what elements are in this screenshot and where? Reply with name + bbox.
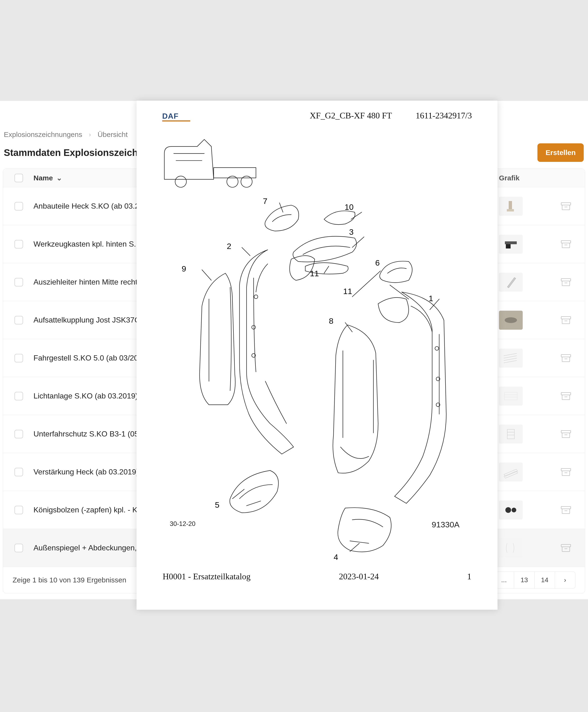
callout-number: 2 <box>227 242 231 251</box>
document-footer: H0001 - Ersatzteilkatalog 2023-01-24 1 <box>136 571 498 581</box>
svg-line-64 <box>352 237 364 247</box>
svg-rect-35 <box>562 433 570 438</box>
row-checkbox[interactable] <box>15 544 23 552</box>
callout-number: 5 <box>215 500 219 510</box>
callout-number: 11 <box>343 287 352 296</box>
callout-number: 9 <box>182 264 186 274</box>
select-all-checkbox[interactable] <box>15 174 23 182</box>
svg-rect-47 <box>561 544 571 547</box>
document-ref-code: 91330A <box>432 520 460 529</box>
document-header: DAF XF_G2_CB-XF 480 FT 1611-2342917/3 <box>136 101 498 121</box>
callout-number: 4 <box>334 553 338 562</box>
row-checkbox[interactable] <box>15 506 23 514</box>
sort-asc-icon: ⌄ <box>56 174 62 182</box>
archive-icon[interactable] <box>561 316 571 325</box>
svg-line-68 <box>242 247 250 256</box>
row-checkbox[interactable] <box>15 278 23 286</box>
callout-number: 8 <box>329 316 333 326</box>
pagination-page[interactable]: 14 <box>534 571 555 588</box>
breadcrumb-root[interactable]: Explosionszeichnungens <box>4 131 82 138</box>
document-body: 7 10 3 11 6 2 9 11 1 8 5 4 30-12-20 9133… <box>136 121 498 571</box>
svg-line-21 <box>504 361 517 363</box>
row-thumbnail[interactable] <box>499 387 523 406</box>
row-checkbox[interactable] <box>15 316 23 324</box>
document-footer-page: 1 <box>467 571 471 581</box>
results-count: Zeige 1 bis 10 von 139 Ergebnissen <box>13 576 126 584</box>
svg-rect-3 <box>562 205 570 210</box>
svg-rect-0 <box>509 201 512 209</box>
svg-rect-31 <box>507 429 514 439</box>
svg-rect-2 <box>561 203 571 205</box>
svg-rect-16 <box>562 319 570 324</box>
archive-icon[interactable] <box>561 543 571 553</box>
archive-icon[interactable] <box>561 505 571 515</box>
column-header-name-label: Name <box>34 174 53 182</box>
archive-icon[interactable] <box>561 278 571 287</box>
document-small-date: 30-12-20 <box>170 520 195 527</box>
row-thumbnail[interactable] <box>499 235 523 254</box>
svg-rect-48 <box>562 547 570 552</box>
svg-marker-10 <box>507 277 516 288</box>
svg-line-19 <box>504 356 517 358</box>
archive-icon[interactable] <box>561 240 571 249</box>
row-checkbox[interactable] <box>15 392 23 401</box>
document-title: XF_G2_CB-XF 480 FT <box>310 111 392 121</box>
chevron-right-icon: › <box>564 576 566 584</box>
row-thumbnail[interactable] <box>499 349 523 368</box>
svg-rect-22 <box>561 354 571 357</box>
svg-marker-37 <box>504 469 518 476</box>
svg-rect-45 <box>562 509 570 514</box>
row-checkbox[interactable] <box>15 468 23 476</box>
svg-line-69 <box>202 270 211 281</box>
chevron-right-icon: › <box>89 131 91 138</box>
callout-number: 10 <box>344 202 354 212</box>
document-footer-date: 2023-01-24 <box>339 571 379 581</box>
row-thumbnail[interactable] <box>499 500 523 519</box>
svg-rect-40 <box>562 471 570 476</box>
row-thumbnail[interactable] <box>499 311 523 330</box>
create-button[interactable]: Erstellen <box>538 143 584 162</box>
row-checkbox[interactable] <box>15 430 23 438</box>
callout-number: 3 <box>349 228 354 237</box>
svg-point-56 <box>254 295 258 299</box>
svg-marker-38 <box>504 471 518 478</box>
svg-rect-23 <box>562 357 570 362</box>
svg-point-51 <box>175 176 186 187</box>
svg-rect-15 <box>561 317 571 319</box>
document-reference: 1611-2342917/3 <box>416 111 472 121</box>
svg-line-66 <box>352 271 380 297</box>
callout-number: 11 <box>310 269 319 278</box>
svg-line-65 <box>324 266 329 274</box>
svg-line-71 <box>345 323 352 332</box>
row-checkbox[interactable] <box>15 202 23 211</box>
row-thumbnail[interactable] <box>499 462 523 481</box>
document-preview[interactable]: DAF XF_G2_CB-XF 480 FT 1611-2342917/3 <box>136 101 498 610</box>
svg-line-20 <box>504 358 517 361</box>
breadcrumb-current: Übersicht <box>98 131 128 138</box>
archive-icon[interactable] <box>561 202 571 211</box>
row-thumbnail[interactable] <box>499 197 523 216</box>
row-thumbnail[interactable] <box>499 425 523 444</box>
column-header-grafik[interactable]: Grafik <box>497 174 554 182</box>
brand-logo: DAF <box>162 112 190 119</box>
brand-logo-text: DAF <box>162 112 190 120</box>
svg-line-63 <box>351 212 362 219</box>
archive-icon[interactable] <box>561 468 571 477</box>
svg-point-59 <box>435 346 439 350</box>
pagination-page[interactable]: 13 <box>514 571 534 588</box>
svg-line-18 <box>504 353 517 356</box>
pagination-next[interactable]: › <box>555 571 575 588</box>
svg-rect-39 <box>561 469 571 471</box>
row-thumbnail[interactable] <box>499 539 523 558</box>
svg-line-67 <box>390 285 409 299</box>
archive-icon[interactable] <box>561 392 571 401</box>
row-checkbox[interactable] <box>15 354 23 362</box>
archive-icon[interactable] <box>561 430 571 438</box>
archive-icon[interactable] <box>561 353 571 363</box>
callout-number: 6 <box>375 258 380 267</box>
svg-rect-25 <box>504 392 517 400</box>
svg-rect-5 <box>505 241 517 244</box>
svg-point-43 <box>511 508 516 512</box>
row-checkbox[interactable] <box>15 240 23 249</box>
row-thumbnail[interactable] <box>499 273 523 292</box>
